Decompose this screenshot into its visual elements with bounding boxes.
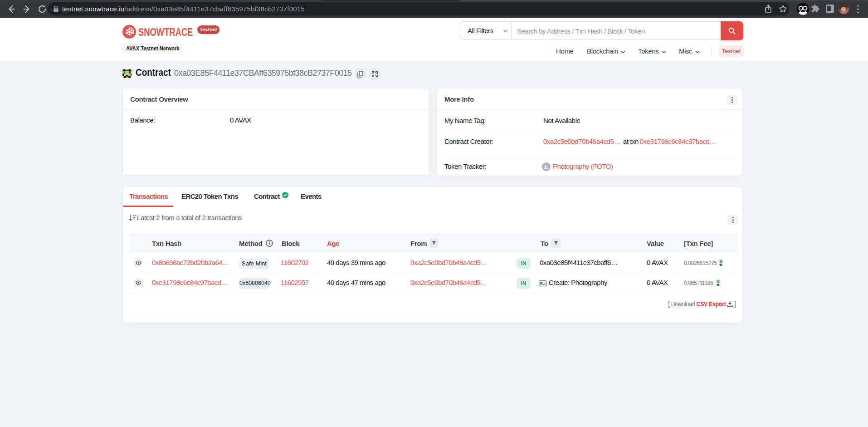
svg-text:$: $ [720,259,722,264]
svg-text:$: $ [717,279,719,284]
